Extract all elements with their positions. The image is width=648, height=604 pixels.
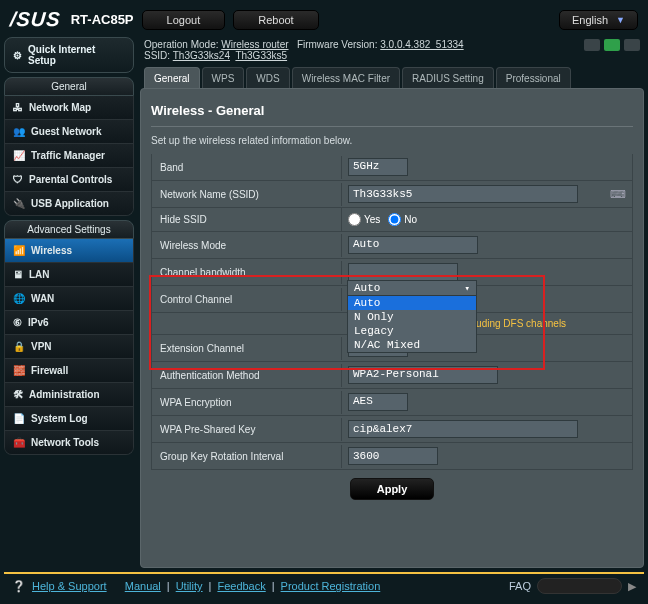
sidebar-item-vpn[interactable]: 🔒VPN (5, 334, 133, 358)
wpa-psk-label: WPA Pre-Shared Key (152, 418, 342, 441)
help-icon: ❔ (12, 580, 26, 593)
model-label: RT-AC85P (71, 12, 134, 27)
vpn-icon: 🔒 (13, 341, 25, 352)
utility-link[interactable]: Utility (176, 580, 203, 592)
quick-internet-setup[interactable]: ⚙ Quick Internet Setup (4, 37, 134, 73)
band-label: Band (152, 156, 342, 179)
sidebar-item-system-log[interactable]: 📄System Log (5, 406, 133, 430)
sidebar-item-guest-network[interactable]: 👥Guest Network (5, 119, 133, 143)
lan-icon: 🖥 (13, 269, 23, 280)
wifi-icon: 📶 (13, 245, 25, 256)
ipv6-icon: ⑥ (13, 317, 22, 328)
sidebar-item-parental-controls[interactable]: 🛡Parental Controls (5, 167, 133, 191)
sidebar-item-network-tools[interactable]: 🧰Network Tools (5, 430, 133, 454)
admin-icon: 🛠 (13, 389, 23, 400)
mode-option-nac-mixed[interactable]: N/AC Mixed (348, 338, 476, 352)
hide-ssid-label: Hide SSID (152, 208, 342, 231)
nav-heading-general: General (4, 77, 134, 96)
wireless-mode-select[interactable]: Auto (348, 236, 478, 254)
auth-method-select[interactable]: WPA2-Personal (348, 366, 498, 384)
group-key-input[interactable] (348, 447, 438, 465)
ssid1-link[interactable]: Th3G33ks24 (173, 50, 230, 61)
map-icon: 🖧 (13, 102, 23, 113)
firewall-icon: 🧱 (13, 365, 25, 376)
go-icon[interactable]: ▶ (628, 580, 636, 593)
faq-label: FAQ (509, 580, 531, 592)
wpa-encryption-select[interactable]: AES (348, 393, 408, 411)
gauge-icon: 📈 (13, 150, 25, 161)
status-icon-2[interactable] (604, 39, 620, 51)
status-icon-3[interactable] (624, 39, 640, 51)
sidebar-item-network-map[interactable]: 🖧Network Map (5, 96, 133, 119)
auth-method-label: Authentication Method (152, 364, 342, 387)
wpa-encryption-label: WPA Encryption (152, 391, 342, 414)
band-select[interactable]: 5GHz (348, 158, 408, 176)
feedback-link[interactable]: Feedback (217, 580, 265, 592)
language-select[interactable]: English ▼ (559, 10, 638, 30)
tab-wds[interactable]: WDS (246, 67, 289, 89)
hide-ssid-no[interactable]: No (388, 213, 417, 226)
guest-icon: 👥 (13, 126, 25, 137)
language-label: English (572, 14, 608, 26)
sidebar-item-wan[interactable]: 🌐WAN (5, 286, 133, 310)
tab-wps[interactable]: WPS (202, 67, 245, 89)
opmode-link[interactable]: Wireless router (221, 39, 288, 50)
tab-mac-filter[interactable]: Wireless MAC Filter (292, 67, 400, 89)
mode-option-auto[interactable]: Auto (348, 296, 476, 310)
apply-button[interactable]: Apply (350, 478, 435, 500)
sidebar-item-ipv6[interactable]: ⑥IPv6 (5, 310, 133, 334)
fw-link[interactable]: 3.0.0.4.382_51334 (380, 39, 463, 50)
group-key-label: Group Key Rotation Interval (152, 445, 342, 468)
hide-ssid-yes[interactable]: Yes (348, 213, 380, 226)
faq-search[interactable] (537, 578, 622, 594)
tools-icon: 🧰 (13, 437, 25, 448)
product-registration-link[interactable]: Product Registration (281, 580, 381, 592)
globe-icon: 🌐 (13, 293, 25, 304)
sidebar-item-firewall[interactable]: 🧱Firewall (5, 358, 133, 382)
control-channel-label: Control Channel (152, 288, 342, 311)
chevron-down-icon: ▼ (616, 15, 625, 25)
logout-button[interactable]: Logout (142, 10, 226, 30)
extension-channel-label: Extension Channel (152, 337, 342, 360)
status-icon-1[interactable] (584, 39, 600, 51)
sidebar-item-usb-application[interactable]: 🔌USB Application (5, 191, 133, 215)
ssid2-link[interactable]: Th3G33ks5 (235, 50, 287, 61)
help-support-link[interactable]: Help & Support (32, 580, 107, 592)
ssid-input[interactable] (348, 185, 578, 203)
channel-bandwidth-label: Channel bandwidth (152, 261, 342, 284)
wireless-mode-dropdown[interactable]: Auto▾ Auto N Only Legacy N/AC Mixed (347, 280, 477, 353)
tab-radius[interactable]: RADIUS Setting (402, 67, 494, 89)
keyboard-icon[interactable]: ⌨ (610, 188, 626, 201)
nav-heading-advanced: Advanced Settings (4, 220, 134, 239)
manual-link[interactable]: Manual (125, 580, 161, 592)
quick-label: Quick Internet Setup (28, 44, 125, 66)
wpa-psk-input[interactable] (348, 420, 578, 438)
shield-icon: 🛡 (13, 174, 23, 185)
reboot-button[interactable]: Reboot (233, 10, 318, 30)
sidebar-item-administration[interactable]: 🛠Administration (5, 382, 133, 406)
mode-option-n-only[interactable]: N Only (348, 310, 476, 324)
page-subtitle: Set up the wireless related information … (151, 127, 633, 154)
chevron-down-icon: ▾ (465, 283, 470, 294)
tab-professional[interactable]: Professional (496, 67, 571, 89)
sidebar-item-traffic-manager[interactable]: 📈Traffic Manager (5, 143, 133, 167)
page-title: Wireless - General (151, 99, 633, 127)
wireless-mode-label: Wireless Mode (152, 234, 342, 257)
channel-bandwidth-select[interactable] (348, 263, 458, 281)
meta-ssid-label: SSID: (144, 50, 170, 61)
log-icon: 📄 (13, 413, 25, 424)
sidebar-item-wireless[interactable]: 📶Wireless (5, 239, 133, 262)
usb-icon: 🔌 (13, 198, 25, 209)
tab-general[interactable]: General (144, 67, 200, 89)
brand-logo: /SUS (9, 8, 62, 31)
opmode-label: Operation Mode: (144, 39, 219, 50)
fw-label: Firmware Version: (297, 39, 378, 50)
ssid-label: Network Name (SSID) (152, 183, 342, 206)
mode-option-legacy[interactable]: Legacy (348, 324, 476, 338)
sidebar-item-lan[interactable]: 🖥LAN (5, 262, 133, 286)
wizard-icon: ⚙ (13, 50, 22, 61)
